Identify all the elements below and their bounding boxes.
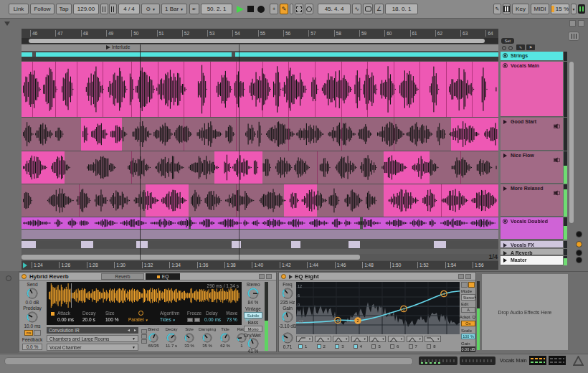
strings-clip[interactable]: [36, 52, 232, 57]
band-7-activator[interactable]: [409, 344, 413, 349]
drywet-value[interactable]: 41 %: [243, 349, 263, 353]
time-ruler[interactable]: 1:241:261:281:301:321:341:361:381:401:42…: [22, 261, 498, 270]
time-label[interactable]: 1:54: [445, 262, 457, 268]
adaptq-button[interactable]: On: [461, 321, 475, 326]
track-header-good-start[interactable]: Good Start: [501, 118, 563, 151]
band-4-filter-type[interactable]: ▼: [351, 336, 368, 342]
time-label[interactable]: 1:36: [197, 262, 209, 268]
bar-number[interactable]: 62: [435, 30, 442, 37]
device-chain-icon[interactable]: [6, 275, 11, 281]
metronome-button[interactable]: ⊙▼: [141, 4, 160, 14]
strings-clip[interactable]: [235, 52, 498, 57]
track-option-button[interactable]: [576, 250, 582, 256]
bar-number[interactable]: 63: [460, 30, 468, 37]
stereo-value[interactable]: 84 %: [243, 300, 263, 305]
freeze-in-icon[interactable]: [187, 318, 193, 322]
band-2-activator[interactable]: [317, 344, 321, 349]
wave-value[interactable]: 73 %: [227, 317, 237, 322]
pencil-mini-icon[interactable]: ✎: [516, 44, 525, 50]
drywet-knob[interactable]: [247, 338, 259, 349]
track-header-strings[interactable]: Strings: [501, 52, 563, 61]
attack-value[interactable]: 0.00 ms: [57, 317, 74, 322]
bar-number[interactable]: 48: [81, 30, 88, 37]
routing-selector[interactable]: Parallel ▼: [128, 317, 148, 322]
blend-knob[interactable]: [148, 333, 158, 343]
time-signature-field[interactable]: 4 / 4: [118, 4, 140, 14]
tap-tempo-button[interactable]: Tap: [56, 4, 72, 14]
strings-clip[interactable]: [22, 52, 32, 57]
band-8-activator[interactable]: [427, 344, 431, 349]
vocals-fx-clip[interactable]: [291, 241, 300, 248]
bar-number[interactable]: 56: [283, 30, 290, 37]
fold-circle-icon[interactable]: [503, 219, 508, 224]
loop-start-field[interactable]: 45. 4. 4: [318, 4, 351, 14]
vocals-doubled-sub-lane[interactable]: [22, 230, 498, 239]
punch-out-icon[interactable]: ∠: [374, 4, 384, 14]
bar-number[interactable]: 58: [334, 30, 341, 37]
size-knob[interactable]: [184, 333, 194, 343]
mixer-toggle-icon[interactable]: [578, 20, 584, 27]
time-label[interactable]: 1:42: [280, 262, 291, 268]
time-label[interactable]: 1:24: [32, 262, 43, 268]
bar-number[interactable]: 50: [131, 30, 138, 37]
arrangement-position-field[interactable]: 50. 2. 1: [201, 4, 232, 14]
loop-switch-icon[interactable]: [363, 4, 373, 14]
analyze-toggle-icon[interactable]: [468, 282, 475, 288]
time-label[interactable]: 1:32: [142, 262, 153, 268]
speaker-icon[interactable]: [554, 153, 560, 159]
nice-flow-lane-waveform[interactable]: [22, 151, 498, 184]
algorithm-selector[interactable]: Tides ▼: [160, 317, 176, 322]
device-activator-icon[interactable]: [281, 274, 286, 279]
feedback-value[interactable]: 0.0 %: [22, 344, 42, 350]
punch-in-icon[interactable]: ∿: [352, 4, 361, 14]
track-name[interactable]: Vocals Doubled: [511, 219, 548, 224]
band-5-filter-type[interactable]: ▼: [369, 336, 386, 342]
play-button[interactable]: [237, 6, 244, 13]
track-option-button[interactable]: [576, 257, 582, 263]
marker-mini-icon[interactable]: ⚑: [526, 44, 535, 50]
blend-mode-icon[interactable]: [141, 334, 147, 339]
record-button[interactable]: [257, 6, 265, 13]
prev-locator-icon[interactable]: [502, 46, 506, 50]
vocals-fx-clip[interactable]: [136, 241, 148, 248]
band-6-filter-type[interactable]: ▼: [388, 336, 404, 342]
track-name[interactable]: Master: [511, 258, 527, 263]
q-value[interactable]: 0.71: [279, 344, 296, 349]
track-header-vocals-fx[interactable]: Vocals FX: [501, 241, 563, 248]
track-option-button[interactable]: [576, 231, 582, 237]
quantization-menu[interactable]: 1 Bar▼: [161, 4, 187, 14]
bar-number[interactable]: 46: [30, 30, 37, 37]
play-icon[interactable]: [503, 243, 507, 247]
vintage-select[interactable]: Subtle: [244, 312, 262, 318]
ir-category-select[interactable]: Chambers and Large Rooms▼: [47, 335, 138, 342]
bar-number[interactable]: 64: [485, 30, 493, 37]
v-scrollbar-thumb[interactable]: [569, 62, 574, 223]
time-label[interactable]: 1:46: [335, 262, 346, 268]
more-relaxed-lane-waveform[interactable]: [22, 184, 498, 217]
freq-knob[interactable]: [282, 288, 293, 299]
track-name[interactable]: A Reverb: [511, 250, 532, 255]
time-label[interactable]: 1:56: [473, 262, 484, 268]
freq-value[interactable]: 235 Hz: [278, 300, 298, 305]
play-icon[interactable]: [503, 154, 507, 158]
play-icon[interactable]: [503, 258, 507, 263]
track-name[interactable]: More Relaxed: [511, 186, 544, 191]
eq-curve-display[interactable]: 12341260-12: [296, 282, 460, 334]
band-gain-knob[interactable]: [282, 311, 293, 323]
band-5-activator[interactable]: [371, 344, 376, 349]
bar-number[interactable]: 54: [232, 30, 240, 37]
hot-swap-icon[interactable]: [458, 274, 464, 279]
vocals-fx-clip[interactable]: [22, 241, 36, 248]
send-knob[interactable]: [27, 288, 38, 299]
automation-mode-icon[interactable]: [295, 4, 303, 14]
time-label[interactable]: 1:34: [169, 262, 181, 268]
separator-button[interactable]: [290, 4, 293, 14]
automation-re-enable-button[interactable]: [576, 241, 582, 247]
bar-number[interactable]: 53: [207, 30, 214, 37]
vocals-doubled-lane-waveform[interactable]: [22, 217, 498, 229]
fdelay-value[interactable]: 0.00 ms: [204, 317, 221, 322]
cpu-meter[interactable]: 15 %: [551, 4, 569, 14]
nudge-down-icon[interactable]: [100, 4, 108, 14]
next-locator-icon[interactable]: [508, 46, 513, 50]
set-locator-button[interactable]: Set: [501, 38, 514, 44]
